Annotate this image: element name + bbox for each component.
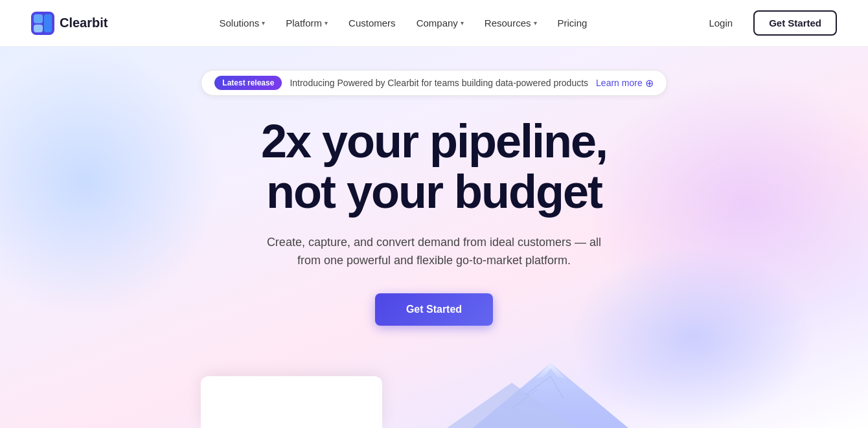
- hero-subheadline: Create, capture, and convert demand from…: [259, 233, 609, 271]
- navbar: Clearbit Solutions ▾ Platform ▾ Customer…: [0, 0, 868, 47]
- mountain-svg: [434, 357, 667, 428]
- svg-rect-1: [34, 14, 43, 23]
- navbar-actions: Login Get Started: [698, 10, 837, 36]
- nav-resources[interactable]: Resources ▾: [475, 12, 546, 34]
- chevron-down-icon: ▾: [325, 19, 328, 27]
- nav-solutions[interactable]: Solutions ▾: [211, 12, 275, 34]
- circle-plus-icon: ⊕: [645, 77, 654, 89]
- card-preview: [201, 376, 382, 428]
- mountain-visual: [434, 357, 667, 428]
- login-button[interactable]: Login: [698, 12, 743, 34]
- get-started-button-nav[interactable]: Get Started: [753, 10, 837, 36]
- hero-headline: 2x your pipeline, not your budget: [259, 117, 609, 218]
- nav-customers[interactable]: Customers: [339, 12, 405, 34]
- announcement-message: Introducing Powered by Clearbit for team…: [290, 78, 588, 88]
- chevron-down-icon: ▾: [262, 19, 265, 27]
- nav-platform[interactable]: Platform ▾: [277, 12, 337, 34]
- hero-content: 2x your pipeline, not your budget Create…: [259, 117, 609, 326]
- chevron-down-icon: ▾: [461, 19, 464, 27]
- announcement-bar: Latest release Introducing Powered by Cl…: [201, 70, 667, 96]
- chevron-down-icon: ▾: [534, 19, 537, 27]
- hero-section: Latest release Introducing Powered by Cl…: [0, 47, 868, 428]
- svg-rect-3: [44, 14, 52, 32]
- logo-text: Clearbit: [60, 16, 108, 30]
- nav-pricing[interactable]: Pricing: [549, 12, 597, 34]
- get-started-button-hero[interactable]: Get Started: [375, 293, 493, 326]
- clearbit-logo-icon: [31, 12, 54, 35]
- hero-visuals: [0, 350, 868, 428]
- blob-left: [0, 47, 220, 319]
- nav-company[interactable]: Company ▾: [407, 12, 473, 34]
- navbar-logo-group: Clearbit: [31, 12, 108, 35]
- navbar-nav: Solutions ▾ Platform ▾ Customers Company…: [211, 12, 597, 34]
- svg-rect-2: [34, 25, 43, 32]
- latest-release-badge: Latest release: [214, 76, 282, 90]
- learn-more-link[interactable]: Learn more ⊕: [596, 77, 654, 89]
